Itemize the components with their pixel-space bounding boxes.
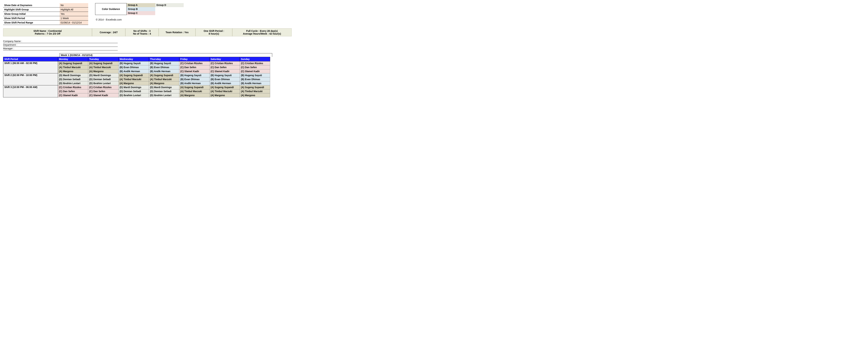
copyright: © 2014 - Excelindo.com xyxy=(96,18,184,21)
assignment-cell: (A) Timbul Marzuki xyxy=(149,77,179,81)
assignment-cell: (B) Evan Dhimas xyxy=(179,77,209,81)
day-header: Saturday xyxy=(209,57,240,61)
assignment-cell: (A) Timbul Marzuki xyxy=(118,77,149,81)
assignment-cell: (D) Demian Setiadi xyxy=(149,89,179,93)
info-line: Coverage : 24/7 xyxy=(94,31,123,34)
schedule-header-row: Shift PeriodMondayTuesdayWednesdayThursd… xyxy=(3,57,270,61)
assignment-cell: (A) Timbul Marzuki xyxy=(209,89,240,93)
settings-key: Show Group Initial xyxy=(3,12,60,16)
assignment-cell: (C) Slamet Kadir xyxy=(209,70,240,73)
assignment-cell: (B) Andik Herman xyxy=(149,70,179,73)
assignment-cell: (C) Cristian Rizoles xyxy=(88,85,119,89)
group-columns: Group AGroup BGroup CGroup D xyxy=(127,3,184,15)
day-header: Thursday xyxy=(149,57,179,61)
assignment-cell: (B) Hugeng Sayuti xyxy=(179,73,209,77)
assignment-cell: (B) Andik Herman xyxy=(240,81,270,85)
assignment-cell: (A) Sugeng Supandi xyxy=(88,61,119,65)
info-cell: Full Cycle : Every 28 day(s)Average Hour… xyxy=(232,28,292,36)
assignment-cell: (C) Dan Sefen xyxy=(209,65,240,70)
info-cell: No of Shifts : 3No of Teams : 4 xyxy=(125,28,159,36)
day-header: Monday xyxy=(58,57,88,61)
settings-key: Show Date at Daynames xyxy=(3,3,60,7)
assignment-cell: (B) Hugeng Sayuti xyxy=(209,73,240,77)
assignment-cell: (B) Hugeng Sayuti xyxy=(240,73,270,77)
assignment-cell: (C) Slamet Kadir xyxy=(179,70,209,73)
info-line: Average Hours/Week : 42 hour(s) xyxy=(234,32,290,35)
settings-row: Show Group InitialYes xyxy=(3,12,88,16)
assignment-cell: (B) Evan Dhimas xyxy=(149,65,179,70)
assignment-cell: (A) Sugeng Supandi xyxy=(179,85,209,89)
day-header: Tuesday xyxy=(88,57,119,61)
settings-key: Show Shift Period Range xyxy=(3,21,60,25)
assignment-cell: (C) Dan Sefen xyxy=(240,65,270,70)
assignment-cell: (D) Mardi Domingo xyxy=(88,73,119,77)
assignment-cell: (A) Margono xyxy=(240,93,270,98)
assignment-cell: (D) Ibrahim Lestari xyxy=(149,93,179,98)
settings-value[interactable]: No xyxy=(60,3,88,7)
schedule-row: Shift 1 (06:00 AM - 02:00 PM)(A) Sugeng … xyxy=(3,61,270,65)
assignment-cell: (C) Cristian Rizoles xyxy=(58,85,88,89)
assignment-cell: (C) Dan Sefen xyxy=(179,65,209,70)
assignment-cell: (A) Margono xyxy=(209,93,240,98)
assignment-cell: (A) Margono xyxy=(88,70,119,73)
info-line: One Shift Period : xyxy=(197,30,230,32)
info-line: 8 hour(s) xyxy=(197,32,230,35)
settings-key: Highlight Shift Group xyxy=(3,7,60,12)
info-line: Full Cycle : Every 28 day(s) xyxy=(234,30,290,32)
assignment-cell: (A) Timbul Marzuki xyxy=(58,65,88,70)
assignment-cell: (B) Andik Herman xyxy=(209,81,240,85)
assignment-cell: (B) Evan Dhimas xyxy=(240,77,270,81)
settings-value[interactable]: 1 Week xyxy=(60,16,88,21)
department-line: Department : xyxy=(3,43,118,47)
assignment-cell: (A) Timbul Marzuki xyxy=(88,65,119,70)
week-title: Week 1 (01/06/14 - 01/12/14) xyxy=(60,53,272,57)
assignment-cell: (A) Timbul Marzuki xyxy=(179,89,209,93)
day-header: Sunday xyxy=(240,57,270,61)
assignment-cell: (B) Andik Herman xyxy=(179,81,209,85)
settings-value[interactable]: Yes xyxy=(60,12,88,16)
settings-value[interactable]: Highlight All xyxy=(60,7,88,12)
info-line: No of Teams : 4 xyxy=(127,32,157,35)
assignment-cell: (A) Margono xyxy=(58,70,88,73)
settings-row: Show Date at DaynamesNo xyxy=(3,3,88,7)
info-line: Team Rotation : Yes xyxy=(161,31,193,34)
assignment-cell: (D) Demian Setiadi xyxy=(58,77,88,81)
assignment-cell: (D) Demian Setiadi xyxy=(118,89,149,93)
info-line: No of Shifts : 3 xyxy=(127,30,157,32)
assignment-cell: (A) Timbul Marzuki xyxy=(240,89,270,93)
group-swatch: Group A xyxy=(127,3,155,7)
assignment-cell: (B) Hugeng Sayuti xyxy=(118,61,149,65)
day-header: Wednesday xyxy=(118,57,149,61)
top-row: Show Date at DaynamesNoHighlight Shift G… xyxy=(3,3,865,25)
settings-value[interactable]: 01/06/14 - 01/12/14 xyxy=(60,21,88,25)
settings-key: Show Shift Period xyxy=(3,16,60,21)
assignment-cell: (A) Margono xyxy=(149,81,179,85)
schedule-row: Shift 3 (10:00 PM - 06:00 AM)(C) Cristia… xyxy=(3,85,270,89)
assignment-cell: (B) Andik Herman xyxy=(118,70,149,73)
schedule-row: Shift 2 (02:00 PM - 10:00 PM)(D) Mardi D… xyxy=(3,73,270,77)
settings-row: Show Shift Period1 Week xyxy=(3,16,88,21)
settings-table: Show Date at DaynamesNoHighlight Shift G… xyxy=(3,3,88,25)
assignment-cell: (C) Slamet Kadir xyxy=(58,93,88,98)
manager-line: Manager : xyxy=(3,47,118,50)
guidance-block: Color Guidance Group AGroup BGroup CGrou… xyxy=(95,3,184,21)
company-name-line: Company Name : xyxy=(3,39,118,43)
day-header: Friday xyxy=(179,57,209,61)
assignment-cell: (D) Mardi Domingo xyxy=(149,85,179,89)
assignment-cell: (C) Dan Sefen xyxy=(58,89,88,93)
schedule-table: Shift PeriodMondayTuesdayWednesdayThursd… xyxy=(3,57,270,98)
assignment-cell: (C) Slamet Kadir xyxy=(88,93,119,98)
group-swatch: Group B xyxy=(127,7,155,11)
info-cell: Team Rotation : Yes xyxy=(159,28,195,36)
assignment-cell: (B) Evan Dhimas xyxy=(209,77,240,81)
shift-period-header: Shift Period xyxy=(3,57,58,61)
assignment-cell: (C) Dan Sefen xyxy=(88,89,119,93)
assignment-cell: (C) Cristian Rizoles xyxy=(179,61,209,65)
assignment-cell: (D) Demian Setiadi xyxy=(88,77,119,81)
assignment-cell: (A) Sugeng Supandi xyxy=(118,73,149,77)
settings-row: Show Shift Period Range01/06/14 - 01/12/… xyxy=(3,21,88,25)
info-line: Patterns : 7 On 2/3 Off xyxy=(5,32,90,35)
group-swatch: Group C xyxy=(127,11,155,15)
info-cell: Shift Name : ContinentalPatterns : 7 On … xyxy=(3,28,92,36)
assignment-cell: (C) Cristian Rizoles xyxy=(240,61,270,65)
